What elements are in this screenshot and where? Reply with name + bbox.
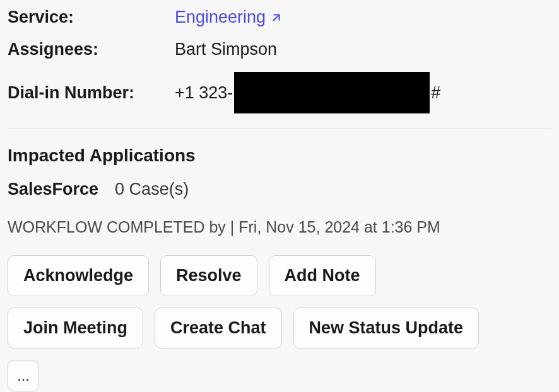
button-row-1: Acknowledge Resolve Add Note bbox=[8, 255, 551, 296]
meta-row-service: Service: Engineering bbox=[8, 8, 551, 27]
dialin-value: +1 323- # bbox=[175, 72, 440, 113]
assignees-value: Bart Simpson bbox=[175, 40, 277, 59]
more-button[interactable]: ... bbox=[8, 360, 39, 391]
join-meeting-button[interactable]: Join Meeting bbox=[8, 308, 143, 349]
meta-list: Service: Engineering Assignees: Bart Sim… bbox=[8, 8, 551, 129]
service-link[interactable]: Engineering bbox=[175, 8, 283, 27]
meta-row-dialin: Dial-in Number: +1 323- # bbox=[8, 72, 551, 113]
resolve-button[interactable]: Resolve bbox=[160, 255, 257, 296]
dialin-label: Dial-in Number: bbox=[8, 83, 175, 103]
dialin-redacted bbox=[234, 72, 430, 113]
dialin-suffix: # bbox=[431, 83, 440, 103]
dialin-prefix: +1 323- bbox=[175, 83, 233, 103]
svg-line-0 bbox=[274, 14, 280, 20]
acknowledge-button[interactable]: Acknowledge bbox=[8, 255, 149, 296]
service-label: Service: bbox=[8, 8, 175, 27]
new-status-update-button[interactable]: New Status Update bbox=[293, 308, 480, 349]
service-link-text: Engineering bbox=[175, 8, 266, 27]
assignees-label: Assignees: bbox=[8, 40, 175, 59]
section-divider bbox=[8, 129, 551, 129]
create-chat-button[interactable]: Create Chat bbox=[155, 308, 282, 349]
impacted-cases: 0 Case(s) bbox=[115, 180, 189, 199]
impacted-app: SalesForce bbox=[8, 180, 98, 199]
service-value: Engineering bbox=[175, 8, 283, 27]
workflow-status: WORKFLOW COMPLETED by | Fri, Nov 15, 202… bbox=[8, 218, 551, 236]
meta-row-assignees: Assignees: Bart Simpson bbox=[8, 40, 551, 59]
button-row-2: Join Meeting Create Chat New Status Upda… bbox=[8, 308, 551, 349]
external-link-icon bbox=[269, 11, 283, 25]
impacted-row: SalesForce 0 Case(s) bbox=[8, 180, 551, 199]
impacted-heading: Impacted Applications bbox=[8, 146, 551, 166]
add-note-button[interactable]: Add Note bbox=[269, 255, 376, 296]
